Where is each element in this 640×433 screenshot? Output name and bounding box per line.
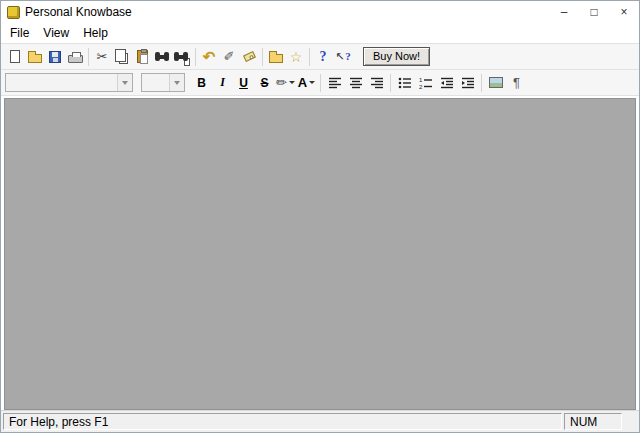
menu-help[interactable]: Help — [76, 24, 115, 42]
new-button[interactable] — [5, 47, 25, 67]
title-bar: Personal Knowbase – □ × — [1, 1, 639, 23]
align-right-icon — [370, 77, 384, 89]
outdent-icon — [440, 77, 454, 89]
chevron-down-icon — [122, 81, 128, 85]
toolbar-separator — [262, 48, 263, 66]
copy-button[interactable] — [112, 47, 132, 67]
svg-text:1: 1 — [419, 77, 423, 83]
context-help-button[interactable]: ↖? — [333, 47, 353, 67]
window-title: Personal Knowbase — [25, 5, 132, 19]
numbered-list-icon: 12 — [419, 77, 433, 89]
context-help-arrow-icon: ↖ — [335, 51, 344, 62]
find-icon — [155, 52, 169, 61]
workspace-background — [4, 98, 636, 410]
open-folder-icon — [28, 54, 42, 63]
font-color-button[interactable]: A — [296, 73, 317, 92]
align-left-button[interactable] — [324, 73, 345, 92]
app-icon[interactable] — [7, 6, 20, 19]
chevron-down-icon — [289, 81, 295, 84]
align-right-button[interactable] — [366, 73, 387, 92]
insert-image-icon — [489, 77, 503, 88]
new-document-icon — [10, 50, 20, 63]
svg-text:2: 2 — [419, 84, 423, 89]
toolbar-separator — [88, 48, 89, 66]
cut-button[interactable]: ✂ — [92, 47, 112, 67]
underline-button[interactable]: U — [233, 73, 254, 92]
insert-image-button[interactable] — [485, 73, 506, 92]
font-color-icon: A — [298, 75, 307, 90]
resize-grip[interactable] — [624, 413, 636, 430]
outdent-button[interactable] — [436, 73, 457, 92]
num-lock-indicator: NUM — [564, 413, 622, 430]
client-area — [1, 96, 639, 410]
help-button[interactable]: ? — [313, 47, 333, 67]
pen-icon: ✏ — [276, 76, 287, 89]
toolbar-separator — [481, 74, 482, 92]
menu-bar: File View Help — [1, 23, 639, 43]
bullet-list-icon — [398, 77, 412, 89]
close-button[interactable]: × — [609, 1, 639, 23]
help-icon: ? — [320, 50, 327, 64]
keywords-button[interactable] — [239, 47, 259, 67]
formatting-marks-button[interactable]: ¶ — [506, 73, 527, 92]
paste-icon — [137, 50, 148, 63]
status-bar: For Help, press F1 NUM — [1, 410, 639, 432]
font-size-dropdown[interactable] — [169, 74, 184, 91]
save-icon — [49, 51, 61, 63]
find-text-icon — [174, 52, 188, 61]
date-stamp-icon: ✐ — [224, 50, 235, 63]
cut-icon: ✂ — [97, 50, 108, 63]
italic-button[interactable]: I — [212, 73, 233, 92]
pilcrow-icon: ¶ — [513, 76, 520, 89]
highlight-pen-button[interactable]: ✏ — [275, 73, 296, 92]
paste-button[interactable] — [132, 47, 152, 67]
article-list-button[interactable] — [266, 47, 286, 67]
print-button[interactable] — [65, 47, 85, 67]
find-button[interactable] — [152, 47, 172, 67]
favorites-icon: ☆ — [290, 50, 303, 64]
toolbar-separator — [320, 74, 321, 92]
main-toolbar: ✂ ↶ ✐ ☆ ? ↖? Buy Now! — [1, 43, 639, 69]
context-help-question-icon: ? — [345, 51, 351, 62]
menu-file[interactable]: File — [3, 24, 36, 42]
print-icon — [68, 55, 83, 63]
chevron-down-icon — [174, 81, 180, 85]
favorites-button[interactable]: ☆ — [286, 47, 306, 67]
align-center-button[interactable] — [345, 73, 366, 92]
status-message: For Help, press F1 — [3, 413, 562, 430]
bold-button[interactable]: B — [191, 73, 212, 92]
font-name-value — [6, 74, 117, 91]
save-button[interactable] — [45, 47, 65, 67]
open-button[interactable] — [25, 47, 45, 67]
undo-icon: ↶ — [203, 49, 216, 64]
window-controls: – □ × — [549, 1, 639, 23]
indent-button[interactable] — [457, 73, 478, 92]
find-text-button[interactable] — [172, 47, 192, 67]
buy-now-button[interactable]: Buy Now! — [363, 47, 430, 66]
align-left-icon — [328, 77, 342, 89]
undo-button[interactable]: ↶ — [199, 47, 219, 67]
font-size-value — [142, 74, 169, 91]
indent-icon — [461, 77, 475, 89]
toolbar-separator — [309, 48, 310, 66]
font-name-combo[interactable] — [5, 73, 133, 92]
toolbar-separator — [195, 48, 196, 66]
toolbar-separator — [390, 74, 391, 92]
menu-view[interactable]: View — [36, 24, 76, 42]
font-name-dropdown[interactable] — [117, 74, 132, 91]
copy-icon — [119, 53, 128, 64]
chevron-down-icon — [309, 81, 315, 84]
align-center-icon — [349, 77, 363, 89]
date-stamp-button[interactable]: ✐ — [219, 47, 239, 67]
maximize-button[interactable]: □ — [579, 1, 609, 23]
strikethrough-button[interactable]: S — [254, 73, 275, 92]
minimize-button[interactable]: – — [549, 1, 579, 23]
format-toolbar: B I U S ✏ A 12 ¶ — [1, 69, 639, 96]
app-window: Personal Knowbase – □ × File View Help ✂… — [0, 0, 640, 433]
bullet-list-button[interactable] — [394, 73, 415, 92]
numbered-list-button[interactable]: 12 — [415, 73, 436, 92]
article-folder-icon — [269, 54, 283, 63]
keyword-tag-icon — [243, 51, 256, 62]
font-size-combo[interactable] — [141, 73, 185, 92]
